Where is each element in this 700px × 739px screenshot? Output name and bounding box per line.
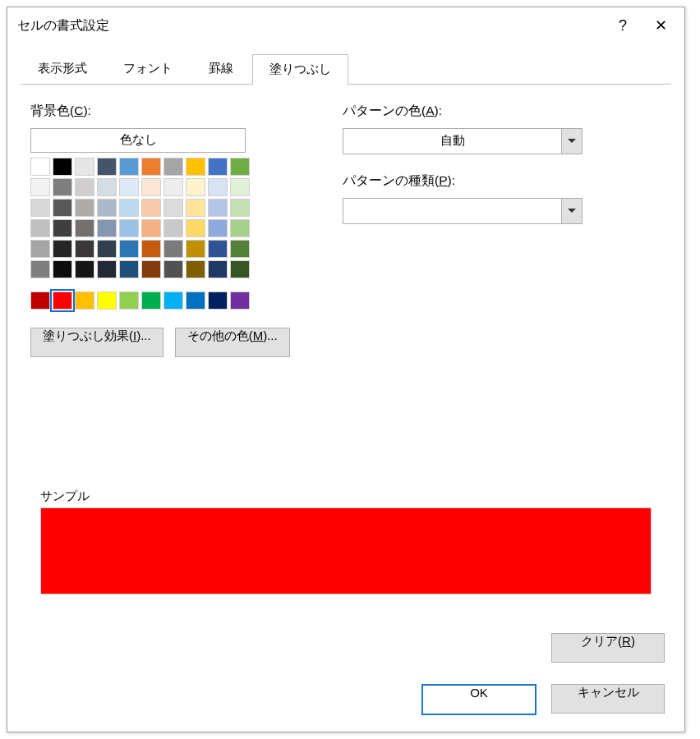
color-swatch[interactable] <box>97 240 117 258</box>
color-swatch[interactable] <box>230 158 250 176</box>
color-swatch[interactable] <box>230 260 250 278</box>
color-swatch[interactable] <box>97 178 117 196</box>
color-swatch[interactable] <box>53 260 72 278</box>
background-color-label: 背景色(C): <box>30 103 310 120</box>
color-swatch[interactable] <box>163 240 183 258</box>
color-swatch[interactable] <box>53 291 72 310</box>
tab-border[interactable]: 罫線 <box>191 53 251 84</box>
chevron-down-icon[interactable] <box>561 199 582 223</box>
pattern-color-label: パターンの色(A): <box>343 103 661 120</box>
color-palette-standard <box>30 291 310 310</box>
color-swatch[interactable] <box>119 240 139 258</box>
color-swatch[interactable] <box>53 178 72 196</box>
dialog-title: セルの書式設定 <box>7 11 119 41</box>
color-swatch[interactable] <box>30 260 50 278</box>
color-swatch[interactable] <box>141 219 161 237</box>
pattern-color-value: 自動 <box>343 129 561 154</box>
more-colors-button[interactable]: その他の色(M)... <box>175 328 290 357</box>
color-swatch[interactable] <box>208 199 228 217</box>
color-swatch[interactable] <box>208 240 228 258</box>
color-swatch[interactable] <box>30 199 50 217</box>
color-swatch[interactable] <box>119 158 139 176</box>
color-swatch[interactable] <box>163 158 183 176</box>
sample-box <box>40 507 652 594</box>
color-swatch[interactable] <box>230 199 250 217</box>
color-swatch[interactable] <box>230 291 250 310</box>
color-swatch[interactable] <box>97 291 117 310</box>
color-swatch[interactable] <box>119 291 139 310</box>
clear-button[interactable]: クリア(R) <box>551 633 665 663</box>
color-swatch[interactable] <box>30 219 50 237</box>
color-swatch[interactable] <box>141 178 161 196</box>
tab-font[interactable]: フォント <box>106 53 190 84</box>
help-button[interactable]: ? <box>604 12 642 39</box>
color-swatch[interactable] <box>230 178 250 196</box>
sample-fill <box>41 508 651 594</box>
color-swatch[interactable] <box>230 219 250 237</box>
chevron-down-icon[interactable] <box>561 129 582 154</box>
color-swatch[interactable] <box>75 260 94 278</box>
color-swatch[interactable] <box>230 240 250 258</box>
pattern-type-combo[interactable] <box>343 198 583 224</box>
color-swatch[interactable] <box>163 260 183 278</box>
color-swatch[interactable] <box>97 199 117 217</box>
color-swatch[interactable] <box>75 158 94 176</box>
color-swatch[interactable] <box>186 240 205 258</box>
color-swatch[interactable] <box>30 240 50 258</box>
color-swatch[interactable] <box>163 291 183 310</box>
color-swatch[interactable] <box>208 178 228 196</box>
color-swatch[interactable] <box>186 291 205 310</box>
color-swatch[interactable] <box>141 158 161 176</box>
color-swatch[interactable] <box>75 291 94 310</box>
tabs: 表示形式 フォント 罫線 塗りつぶし <box>21 53 671 85</box>
color-swatch[interactable] <box>75 199 94 217</box>
sample-section: サンプル <box>40 489 652 594</box>
tab-number-format[interactable]: 表示形式 <box>21 53 104 84</box>
titlebar: セルの書式設定 ? ✕ <box>7 7 684 44</box>
color-swatch[interactable] <box>163 219 183 237</box>
color-swatch[interactable] <box>208 219 228 237</box>
color-swatch[interactable] <box>119 260 139 278</box>
color-swatch[interactable] <box>141 291 161 310</box>
color-swatch[interactable] <box>208 291 228 310</box>
close-button[interactable]: ✕ <box>642 12 679 39</box>
color-swatch[interactable] <box>208 260 228 278</box>
color-swatch[interactable] <box>141 260 161 278</box>
color-swatch[interactable] <box>75 178 94 196</box>
ok-button[interactable]: OK <box>421 684 537 715</box>
color-swatch[interactable] <box>208 158 228 176</box>
color-swatch[interactable] <box>186 199 205 217</box>
color-swatch[interactable] <box>53 199 72 217</box>
cancel-button[interactable]: キャンセル <box>551 684 665 714</box>
color-swatch[interactable] <box>163 178 183 196</box>
color-swatch[interactable] <box>97 260 117 278</box>
color-swatch[interactable] <box>53 158 72 176</box>
color-swatch[interactable] <box>186 178 205 196</box>
color-swatch[interactable] <box>30 158 50 176</box>
color-swatch[interactable] <box>53 240 72 258</box>
tab-fill[interactable]: 塗りつぶし <box>252 54 348 85</box>
color-swatch[interactable] <box>141 199 161 217</box>
pattern-type-label: パターンの種類(P): <box>343 172 661 190</box>
color-swatch[interactable] <box>186 219 205 237</box>
color-swatch[interactable] <box>30 178 50 196</box>
color-swatch[interactable] <box>75 219 94 237</box>
pattern-color-combo[interactable]: 自動 <box>343 128 583 154</box>
footer: OK キャンセル <box>421 684 665 715</box>
sample-label: サンプル <box>40 489 652 504</box>
color-swatch[interactable] <box>141 240 161 258</box>
color-swatch[interactable] <box>186 260 205 278</box>
color-swatch[interactable] <box>30 291 50 310</box>
format-cells-dialog: セルの書式設定 ? ✕ 表示形式 フォント 罫線 塗りつぶし 背景色(C): 色… <box>7 7 685 732</box>
color-swatch[interactable] <box>163 199 183 217</box>
no-color-button[interactable]: 色なし <box>30 128 246 153</box>
color-swatch[interactable] <box>53 219 72 237</box>
color-swatch[interactable] <box>97 219 117 237</box>
color-swatch[interactable] <box>119 199 139 217</box>
color-swatch[interactable] <box>75 240 94 258</box>
fill-effects-button[interactable]: 塗りつぶし効果(I)... <box>30 328 163 357</box>
color-swatch[interactable] <box>119 178 139 196</box>
color-swatch[interactable] <box>119 219 139 237</box>
color-swatch[interactable] <box>186 158 205 176</box>
color-swatch[interactable] <box>97 158 117 176</box>
